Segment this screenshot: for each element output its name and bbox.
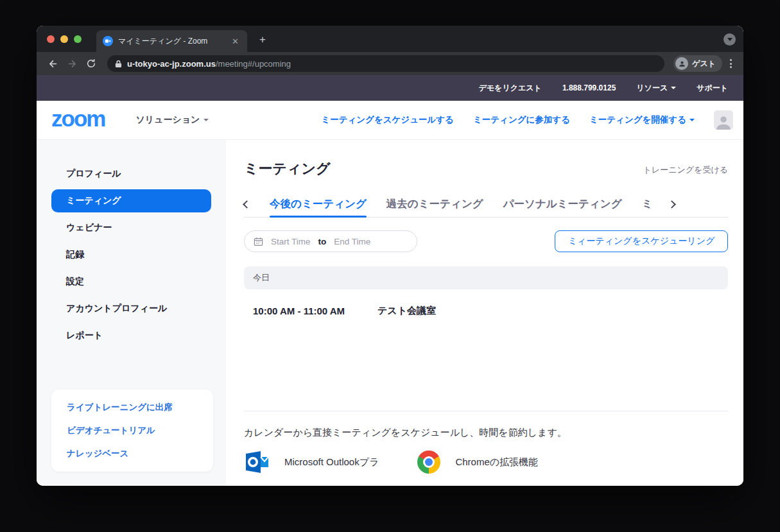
meeting-tabs: 今後のミーティング 過去のミーティング パーソナルミーティング ミ [244, 191, 728, 218]
chevron-down-icon [727, 38, 732, 41]
zoom-logo[interactable]: zoom [51, 107, 105, 133]
promo-text: カレンダーから直接ミーティングをスケジュールし、時間を節約します。 [244, 427, 728, 439]
browser-window: マイミーティング - Zoom ✕ + u-tokyo-ac-jp.zoom.u… [37, 26, 743, 486]
video-tutorials-link[interactable]: ビデオチュートリアル [51, 419, 213, 442]
sidebar-item-settings[interactable]: 設定 [51, 268, 211, 295]
tab-personal-meetings[interactable]: パーソナルミーティング [503, 191, 622, 217]
tabs-scroll-left-icon[interactable] [243, 200, 251, 209]
traffic-lights [47, 35, 82, 43]
reload-icon[interactable] [83, 55, 100, 72]
support-link[interactable]: サポート [697, 83, 728, 94]
group-header-today: 今日 [244, 266, 728, 289]
date-range-picker[interactable]: Start Time to End Time [244, 230, 417, 252]
browser-tabstrip: マイミーティング - Zoom ✕ + [37, 26, 743, 52]
site-header: zoom ソリューション ミーティングをスケジュールする ミーティングに参加する… [37, 101, 743, 140]
lock-icon [115, 60, 122, 68]
outlook-plugin-item[interactable]: Microsoft Outlookプラ [244, 449, 379, 475]
chrome-icon [417, 450, 440, 474]
sidebar-footer-card: ライブトレーニングに出席 ビデオチュートリアル ナレッジベース [51, 390, 213, 472]
chevron-down-icon [204, 119, 209, 121]
chevron-down-icon [671, 87, 676, 89]
browser-menu-icon[interactable] [725, 56, 737, 71]
url-bar[interactable]: u-tokyo-ac-jp.zoom.us/meeting#/upcoming [107, 55, 664, 72]
divider [244, 411, 728, 411]
back-icon[interactable] [44, 55, 61, 72]
sidebar-item-webinars[interactable]: ウェビナー [51, 214, 211, 241]
main-content: ミーティング トレーニングを受ける 今後のミーティング 過去のミーティング パー… [226, 140, 743, 486]
date-to-label: to [318, 237, 327, 246]
site-body: プロフィール ミーティング ウェビナー 記録 設定 アカウントプロフィール レポ… [37, 140, 743, 486]
url-path: /meeting#/upcoming [216, 59, 291, 69]
tab-title: マイミーティング - Zoom [118, 36, 225, 47]
chrome-extension-item[interactable]: Chromeの拡張機能 [417, 450, 538, 474]
avatar[interactable] [714, 110, 733, 130]
window-close-button[interactable] [47, 35, 55, 43]
browser-toolbar: u-tokyo-ac-jp.zoom.us/meeting#/upcoming … [37, 52, 743, 75]
sidebar-item-recordings[interactable]: 記録 [51, 241, 211, 268]
join-meeting-link[interactable]: ミーティングに参加する [473, 114, 570, 126]
meeting-topic[interactable]: テスト会議室 [377, 305, 436, 317]
phone-number-link[interactable]: 1.888.799.0125 [562, 83, 616, 92]
get-training-link[interactable]: トレーニングを受ける [643, 164, 728, 176]
chevron-down-icon [689, 119, 695, 121]
new-tab-button[interactable]: + [255, 32, 270, 47]
calendar-icon [254, 237, 263, 246]
request-demo-link[interactable]: デモをリクエスト [479, 83, 542, 94]
integration-label: Chromeの拡張機能 [455, 456, 538, 468]
tabs-scroll-right-icon[interactable] [668, 200, 676, 209]
meeting-time: 10:00 AM - 11:00 AM [253, 305, 377, 316]
tab-truncated[interactable]: ミ [642, 191, 653, 217]
sidebar-item-account-profile[interactable]: アカウントプロフィール [51, 295, 211, 322]
end-time-placeholder[interactable]: End Time [334, 237, 370, 246]
tab-search-button[interactable] [724, 33, 736, 46]
browser-tab[interactable]: マイミーティング - Zoom ✕ [96, 30, 247, 52]
profile-chip[interactable]: ゲスト [673, 55, 722, 72]
start-time-placeholder[interactable]: Start Time [271, 237, 311, 246]
sidebar-item-reports[interactable]: レポート [51, 322, 211, 349]
live-training-link[interactable]: ライブトレーニングに出席 [51, 396, 213, 419]
meeting-row[interactable]: 10:00 AM - 11:00 AM テスト会議室 [244, 289, 728, 317]
integration-label: Microsoft Outlookプラ [284, 456, 379, 468]
sidebar-item-meetings[interactable]: ミーティング [51, 189, 211, 212]
site-topbar: デモをリクエスト 1.888.799.0125 リソース サポート [37, 75, 743, 101]
schedule-meeting-button[interactable]: ミィーティングをスケジューリング [555, 230, 728, 252]
sidebar: プロフィール ミーティング ウェビナー 記録 設定 アカウントプロフィール レポ… [37, 140, 226, 486]
outlook-icon [244, 449, 270, 475]
solutions-menu[interactable]: ソリューション [135, 114, 209, 126]
tab-upcoming-meetings[interactable]: 今後のミーティング [270, 191, 367, 217]
tab-previous-meetings[interactable]: 過去のミーティング [386, 191, 483, 217]
zoom-favicon-icon [103, 36, 113, 46]
host-meeting-menu[interactable]: ミーティングを開催する [589, 114, 695, 126]
forward-icon[interactable] [64, 55, 80, 72]
url-host: u-tokyo-ac-jp.zoom.us [127, 59, 216, 69]
close-tab-icon[interactable]: ✕ [230, 36, 241, 47]
sidebar-item-profile[interactable]: プロフィール [51, 160, 211, 187]
resources-menu[interactable]: リソース [636, 83, 676, 94]
schedule-meeting-link[interactable]: ミーティングをスケジュールする [321, 114, 454, 126]
window-zoom-button[interactable] [74, 35, 82, 43]
person-icon [675, 57, 688, 70]
page-title: ミーティング [244, 159, 331, 178]
integrations-row: Microsoft Outlookプラ Chromeの拡張機能 [244, 449, 728, 475]
knowledge-base-link[interactable]: ナレッジベース [51, 442, 213, 465]
guest-label: ゲスト [692, 58, 716, 69]
window-minimize-button[interactable] [60, 35, 68, 43]
